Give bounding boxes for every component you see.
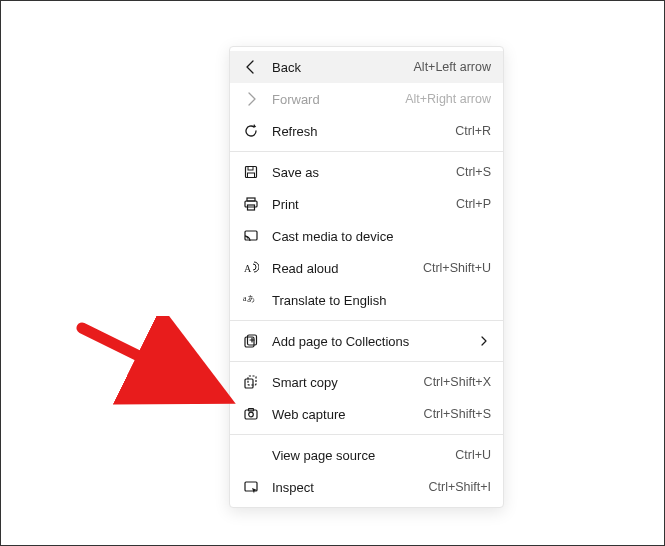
smart-copy-icon [242, 373, 260, 391]
menu-item-collections[interactable]: Add page to Collections [230, 325, 503, 357]
translate-icon: aあ [242, 291, 260, 309]
menu-item-read-aloud[interactable]: ARead aloudCtrl+Shift+U [230, 252, 503, 284]
chevron-right-icon [479, 335, 491, 347]
menu-item-translate[interactable]: aあTranslate to English [230, 284, 503, 316]
menu-item-shortcut: Alt+Right arrow [405, 92, 491, 106]
arrow-right-icon [242, 90, 260, 108]
menu-item-cast[interactable]: Cast media to device [230, 220, 503, 252]
menu-item-label: Forward [272, 92, 405, 107]
menu-item-shortcut: Ctrl+S [456, 165, 491, 179]
menu-item-print[interactable]: PrintCtrl+P [230, 188, 503, 220]
inspect-icon [242, 478, 260, 496]
menu-item-save-as[interactable]: Save asCtrl+S [230, 156, 503, 188]
menu-item-back[interactable]: BackAlt+Left arrow [230, 51, 503, 83]
svg-rect-4 [245, 201, 257, 207]
menu-separator [230, 434, 503, 435]
web-capture-icon [242, 405, 260, 423]
menu-item-label: Add page to Collections [272, 334, 479, 349]
menu-item-shortcut: Ctrl+P [456, 197, 491, 211]
save-icon [242, 163, 260, 181]
menu-item-refresh[interactable]: RefreshCtrl+R [230, 115, 503, 147]
arrow-left-icon [242, 58, 260, 76]
menu-item-label: View page source [272, 448, 455, 463]
context-menu: BackAlt+Left arrowForwardAlt+Right arrow… [229, 46, 504, 508]
menu-item-label: Back [272, 60, 414, 75]
menu-item-label: Refresh [272, 124, 455, 139]
collections-icon [242, 332, 260, 350]
menu-item-label: Read aloud [272, 261, 423, 276]
menu-item-label: Web capture [272, 407, 424, 422]
refresh-icon [242, 122, 260, 140]
svg-text:aあ: aあ [243, 294, 255, 303]
menu-item-inspect[interactable]: InspectCtrl+Shift+I [230, 471, 503, 503]
menu-separator [230, 151, 503, 152]
svg-text:A: A [244, 263, 252, 274]
red-arrow-annotation [76, 316, 236, 406]
svg-rect-2 [248, 173, 255, 178]
menu-item-shortcut: Ctrl+R [455, 124, 491, 138]
svg-rect-12 [248, 376, 256, 385]
menu-separator [230, 320, 503, 321]
svg-point-15 [249, 412, 254, 417]
svg-rect-11 [245, 379, 253, 388]
menu-item-label: Translate to English [272, 293, 491, 308]
print-icon [242, 195, 260, 213]
menu-item-label: Save as [272, 165, 456, 180]
menu-item-forward[interactable]: ForwardAlt+Right arrow [230, 83, 503, 115]
read-aloud-icon: A [242, 259, 260, 277]
menu-item-label: Print [272, 197, 456, 212]
menu-item-shortcut: Ctrl+U [455, 448, 491, 462]
menu-item-shortcut: Ctrl+Shift+U [423, 261, 491, 275]
menu-item-shortcut: Ctrl+Shift+I [428, 480, 491, 494]
menu-item-label: Inspect [272, 480, 428, 495]
menu-item-shortcut: Alt+Left arrow [414, 60, 491, 74]
menu-item-shortcut: Ctrl+Shift+X [424, 375, 491, 389]
cast-icon [242, 227, 260, 245]
menu-item-label: Cast media to device [272, 229, 491, 244]
menu-item-smart-copy[interactable]: Smart copyCtrl+Shift+X [230, 366, 503, 398]
menu-item-view-source[interactable]: View page sourceCtrl+U [230, 439, 503, 471]
svg-rect-6 [245, 231, 257, 240]
menu-item-label: Smart copy [272, 375, 424, 390]
menu-item-shortcut: Ctrl+Shift+S [424, 407, 491, 421]
menu-item-web-capture[interactable]: Web captureCtrl+Shift+S [230, 398, 503, 430]
icon-spacer [242, 446, 260, 464]
menu-separator [230, 361, 503, 362]
